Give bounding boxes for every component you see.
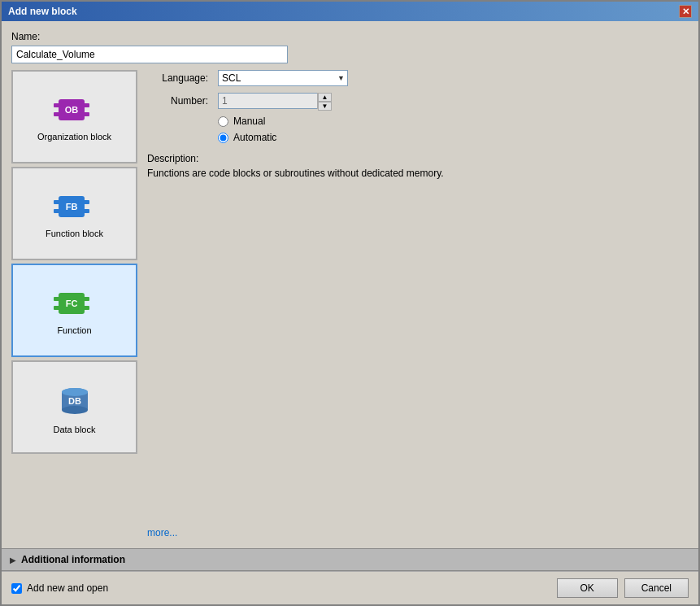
svg-text:DB: DB — [68, 396, 81, 406]
spinner-up[interactable]: ▲ — [318, 93, 332, 102]
svg-rect-7 — [54, 200, 60, 204]
svg-rect-16 — [83, 306, 89, 310]
svg-rect-10 — [83, 209, 89, 213]
svg-rect-13 — [54, 297, 60, 301]
automatic-radio-row: Automatic — [218, 132, 689, 143]
name-label: Name: — [11, 31, 689, 42]
block-list: OB Organization block — [11, 70, 137, 538]
main-content: OB Organization block — [11, 70, 689, 538]
description-section: Description: Functions are code blocks o… — [147, 153, 689, 179]
close-button[interactable]: ✕ — [679, 5, 692, 18]
svg-point-20 — [62, 406, 88, 414]
ob-icon: OB — [52, 93, 98, 127]
fb-label: Function block — [46, 229, 103, 238]
svg-rect-3 — [83, 103, 89, 107]
number-label: Number: — [147, 95, 208, 107]
automatic-radio[interactable] — [218, 133, 228, 143]
add-new-open-checkbox[interactable] — [11, 583, 22, 594]
block-item-fb[interactable]: FB Function block — [11, 167, 137, 260]
fb-icon: FB — [52, 190, 98, 224]
db-label: Data block — [54, 425, 96, 434]
svg-rect-2 — [54, 112, 60, 116]
language-row: Language: SCL LAD FBD STL GRAPH — [147, 70, 689, 86]
add-new-block-dialog: Add new block ✕ Name: — [0, 0, 700, 606]
dialog-body: Name: — [2, 21, 698, 548]
language-label: Language: — [147, 72, 208, 84]
fc-label: Function — [57, 325, 91, 335]
spinner-down[interactable]: ▼ — [318, 102, 332, 111]
block-item-ob[interactable]: OB Organization block — [11, 70, 137, 163]
svg-rect-1 — [54, 103, 60, 107]
svg-point-21 — [62, 388, 88, 396]
description-title: Description: — [147, 153, 689, 164]
name-input[interactable] — [11, 46, 288, 63]
svg-text:OB: OB — [64, 105, 78, 115]
ok-button[interactable]: OK — [557, 578, 618, 598]
footer-right: OK Cancel — [557, 578, 689, 598]
language-select[interactable]: SCL LAD FBD STL GRAPH — [218, 70, 348, 86]
right-panel: Language: SCL LAD FBD STL GRAPH — [147, 70, 689, 538]
dialog-title: Add new block — [8, 6, 77, 17]
number-input[interactable] — [218, 93, 332, 109]
manual-radio[interactable] — [218, 116, 228, 127]
fc-icon: FC — [52, 286, 98, 320]
chevron-right-icon: ▶ — [10, 556, 16, 565]
description-text: Functions are code blocks or subroutines… — [147, 168, 689, 179]
name-section: Name: — [11, 31, 689, 63]
footer: Add new and open OK Cancel — [2, 571, 698, 604]
svg-rect-9 — [83, 200, 89, 204]
block-item-fc[interactable]: FC Function — [11, 264, 137, 357]
manual-radio-label: Manual — [233, 116, 265, 127]
svg-rect-14 — [54, 306, 60, 310]
add-new-open-label: Add new and open — [27, 582, 108, 594]
radio-section: Manual Automatic — [218, 116, 689, 143]
svg-text:FC: FC — [65, 299, 77, 308]
cancel-button[interactable]: Cancel — [624, 578, 689, 598]
more-link[interactable]: more... — [147, 527, 689, 538]
ob-label: Organization block — [37, 132, 111, 142]
title-bar: Add new block ✕ — [2, 2, 698, 21]
form-section: Language: SCL LAD FBD STL GRAPH — [147, 70, 689, 143]
svg-rect-4 — [83, 112, 89, 116]
db-icon: DB — [52, 381, 98, 420]
footer-left: Add new and open — [11, 582, 108, 594]
additional-info-bar[interactable]: ▶ Additional information — [2, 548, 698, 571]
svg-text:FB: FB — [65, 202, 77, 211]
number-input-wrapper: ▲ ▼ — [218, 93, 332, 109]
svg-rect-15 — [83, 297, 89, 301]
number-spinner: ▲ ▼ — [317, 93, 332, 109]
manual-radio-row: Manual — [218, 116, 689, 127]
number-row: Number: ▲ ▼ — [147, 93, 689, 109]
automatic-radio-label: Automatic — [233, 132, 276, 143]
block-item-db[interactable]: DB Data block — [11, 360, 137, 454]
language-select-wrapper: SCL LAD FBD STL GRAPH — [218, 70, 348, 86]
svg-rect-8 — [54, 209, 60, 213]
additional-info-label: Additional information — [21, 554, 125, 565]
